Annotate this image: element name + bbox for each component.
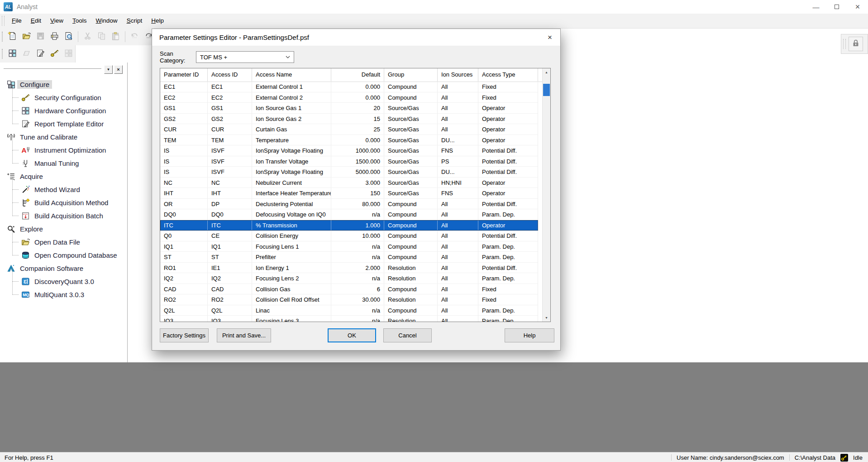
security-configuration-button[interactable]: [48, 48, 61, 60]
table-row[interactable]: NCNCNebulizer Current3.000Source/GasHN;H…: [160, 178, 543, 188]
table-row[interactable]: CADCADCollision Gas6CompoundAllFixed: [160, 284, 543, 295]
new-button[interactable]: [6, 31, 19, 43]
table-row[interactable]: EC2EC2External Control 20.000CompoundAll…: [160, 92, 543, 103]
cell-access-name: Prefilter: [252, 252, 331, 263]
sidebar-item-label: Build Acquisition Batch: [34, 212, 103, 220]
table-row[interactable]: Q0CECollision Energy10.000CompoundAllPot…: [160, 231, 543, 241]
ok-button[interactable]: OK: [328, 328, 376, 342]
navigation-tree: ConfigureSecurity ConfigurationHardware …: [0, 78, 127, 362]
sidebar-item-manual-tuning[interactable]: Manual Tuning: [0, 157, 127, 170]
table-header: Parameter IDAccess IDAccess NameDefaultG…: [160, 68, 543, 82]
sidebar-item-report-template-editor[interactable]: Report Template Editor: [0, 117, 127, 130]
print-button[interactable]: [48, 31, 61, 43]
column-header-access-type[interactable]: Access Type: [478, 68, 538, 82]
menu-item-help[interactable]: Help: [147, 14, 168, 28]
sidebar-item-configure[interactable]: Configure: [0, 78, 127, 91]
sidebar-item-acquire[interactable]: Acquire: [0, 170, 127, 183]
sidebar-dropdown-button[interactable]: ▼: [104, 65, 113, 74]
table-row[interactable]: IQ3IQ3Focusing Lens 3n/aResolutionAllPar…: [160, 316, 543, 322]
key-icon: [50, 48, 59, 60]
scan-category-label: Scan Category:: [160, 50, 196, 64]
menu-item-file[interactable]: File: [7, 14, 26, 28]
table-row[interactable]: ISISVFIonSpray Voltage Floating5000.000S…: [160, 167, 543, 178]
table-row[interactable]: RO1IE1Ion Energy 12.000ResolutionAllPote…: [160, 263, 543, 274]
scan-category-select[interactable]: TOF MS +: [196, 51, 294, 63]
toolbar-grip[interactable]: [2, 16, 5, 26]
table-row[interactable]: RO2RO2Collision Cell Rod Offset30.000Res…: [160, 294, 543, 305]
table-row[interactable]: ORDPDeclustering Potential80.000Compound…: [160, 199, 543, 210]
sidebar-item-build-acquisition-batch[interactable]: Build Acquisition Batch: [0, 209, 127, 222]
dialog-titlebar[interactable]: Parameter Settings Editor - ParamSetting…: [152, 29, 560, 46]
cell-access-type: Fixed: [478, 92, 538, 103]
scrollbar-thumb[interactable]: [543, 84, 550, 96]
table-row[interactable]: IHTIHTInterface Heater Temperature150Sou…: [160, 188, 543, 199]
table-row[interactable]: GS2GS2Ion Source Gas 215Source/GasAllOpe…: [160, 114, 543, 125]
sidebar-item-label: Method Wizard: [34, 186, 80, 193]
table-row[interactable]: IQ2IQ2Focusing Lens 2n/aResolutionAllPar…: [160, 273, 543, 284]
table-row[interactable]: GS1GS1Ion Source Gas 120Source/GasAllOpe…: [160, 103, 543, 114]
table-row[interactable]: TEMTEMTemperature0.000Source/GasDU...Ope…: [160, 135, 543, 146]
menu-item-edit[interactable]: Edit: [26, 14, 46, 28]
sidebar-item-tune-and-calibrate[interactable]: Tune and Calibrate: [0, 130, 127, 144]
table-row[interactable]: ISISVFIon Transfer Voltage1500.000Source…: [160, 156, 543, 167]
print-and-save-button[interactable]: Print and Save...: [217, 328, 271, 342]
toolbar-grip[interactable]: [2, 32, 3, 42]
cell-group: Compound: [384, 209, 438, 220]
sidebar-item-companion-software[interactable]: Companion Software: [0, 262, 127, 275]
table-row[interactable]: EC1EC1External Control 10.000CompoundAll…: [160, 82, 543, 92]
close-button[interactable]: ×: [847, 0, 868, 14]
menu-item-script[interactable]: Script: [122, 14, 147, 28]
cell-default: 2.000: [331, 263, 384, 274]
sidebar-close-button[interactable]: ×: [114, 65, 123, 74]
column-header-parameter-id[interactable]: Parameter ID: [160, 68, 208, 82]
menu-item-tools[interactable]: Tools: [68, 14, 91, 28]
cell-ion-sources: FNS: [438, 188, 478, 199]
open-button[interactable]: [20, 31, 33, 43]
sidebar-combo-groove: [4, 68, 101, 70]
table-row[interactable]: DQ0DQ0Defocusing Voltage on IQ0n/aCompou…: [160, 209, 543, 220]
column-header-default[interactable]: Default: [331, 68, 384, 82]
toolbar-grip[interactable]: [2, 49, 3, 59]
sidebar-item-security-configuration[interactable]: Security Configuration: [0, 91, 127, 104]
column-header-access-id[interactable]: Access ID: [208, 68, 252, 82]
table-row[interactable]: IQ1IQ1Focusing Lens 1n/aCompoundAllParam…: [160, 241, 543, 252]
hardware-configuration-button[interactable]: [6, 48, 19, 60]
restore-button[interactable]: [826, 0, 847, 14]
sidebar-item-instrument-optimization[interactable]: AInstrument Optimization: [0, 144, 127, 157]
sidebar-item-explore[interactable]: Explore: [0, 222, 127, 236]
column-header-group[interactable]: Group: [384, 68, 438, 82]
scroll-down-icon[interactable]: ▼: [543, 314, 550, 322]
menu-item-window[interactable]: Window: [91, 14, 122, 28]
help-button[interactable]: Help: [505, 328, 554, 342]
scroll-up-icon[interactable]: ▲: [543, 68, 550, 76]
menu-item-view[interactable]: View: [46, 14, 68, 28]
print-preview-button[interactable]: [62, 31, 75, 43]
report-template-editor-button[interactable]: [34, 48, 47, 60]
table-row[interactable]: ITCITC% Transmission1.000CompoundAllOper…: [160, 220, 543, 231]
sidebar-item-open-data-file[interactable]: Open Data File: [0, 236, 127, 249]
instrument-lock-button[interactable]: [849, 37, 863, 51]
minimize-button[interactable]: —: [806, 0, 826, 14]
table-row[interactable]: CURCURCurtain Gas25Source/GasAllOperator: [160, 124, 543, 135]
report-pen-icon: [36, 48, 45, 60]
cell-access-type: Operator: [478, 220, 538, 231]
dialog-close-button[interactable]: ×: [539, 29, 560, 46]
column-header-ion-sources[interactable]: Ion Sources: [438, 68, 478, 82]
sidebar-item-method-wizard[interactable]: Method Wizard: [0, 183, 127, 196]
cell-access-type: Param. Dep.: [478, 316, 538, 322]
cancel-button[interactable]: Cancel: [383, 328, 432, 342]
sidebar-item-hardware-configuration[interactable]: Hardware Configuration: [0, 104, 127, 117]
sidebar-item-open-compound-database[interactable]: Open Compound Database: [0, 249, 127, 262]
table-row[interactable]: Q2LQ2LLinacn/aCompoundAllParam. Dep.: [160, 305, 543, 316]
sidebar-item-multiquant-3-0-3[interactable]: MQMultiQuant 3.0.3: [0, 288, 127, 301]
toolbar-grip[interactable]: [843, 39, 846, 49]
sidebar-item-discoveryquant-3-0[interactable]: 3DiscoveryQuant 3.0: [0, 275, 127, 288]
factory-settings-button[interactable]: Factory Settings: [160, 328, 209, 342]
vertical-scrollbar[interactable]: ▲ ▼: [542, 68, 550, 322]
table-row[interactable]: ISISVFIonSpray Voltage Floating1000.000S…: [160, 145, 543, 156]
cell-ion-sources: All: [438, 273, 478, 284]
sidebar-item-build-acquisition-method[interactable]: Build Acquisition Method: [0, 196, 127, 209]
column-header-access-name[interactable]: Access Name: [252, 68, 331, 82]
cell-access-name: External Control 2: [252, 92, 331, 103]
table-row[interactable]: STSTPrefiltern/aCompoundAllParam. Dep.: [160, 252, 543, 263]
